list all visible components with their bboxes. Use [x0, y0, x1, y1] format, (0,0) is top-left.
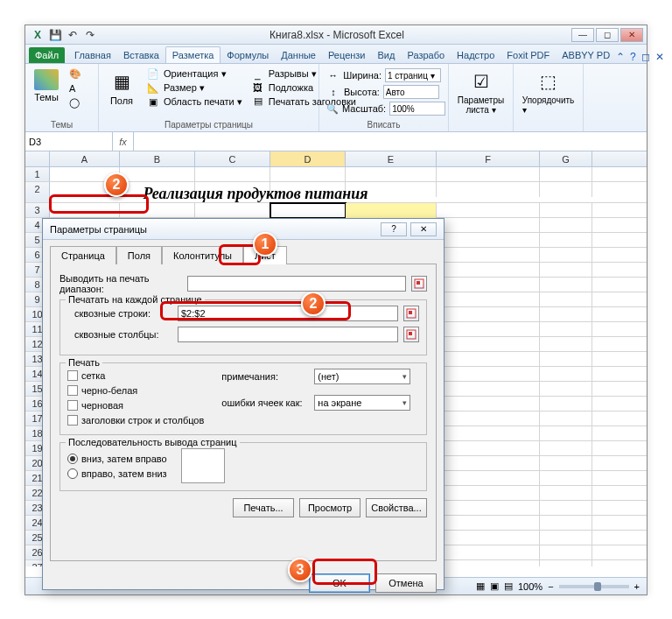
cell[interactable] [437, 203, 540, 218]
minimize-button[interactable]: — [571, 28, 594, 42]
cell[interactable] [540, 397, 592, 411]
name-box[interactable] [25, 132, 113, 151]
cancel-button[interactable]: Отмена [375, 573, 437, 593]
range-select-icon[interactable] [411, 276, 427, 292]
dialog-tab-headerfooter[interactable]: Колонтитулы [162, 246, 243, 264]
cell[interactable] [437, 307, 540, 322]
minimize-ribbon-icon[interactable]: ⌃ [616, 51, 625, 63]
select-all-corner[interactable] [25, 151, 50, 166]
cell[interactable] [540, 203, 592, 218]
cell[interactable] [540, 456, 592, 471]
cell[interactable] [437, 516, 540, 531]
cell[interactable] [437, 560, 540, 566]
size-button[interactable]: 📐Размер ▾ [144, 81, 244, 95]
cell[interactable] [437, 456, 540, 471]
window-close-icon[interactable]: ✕ [655, 51, 664, 63]
cell[interactable] [437, 292, 540, 307]
repeat-cols-input[interactable] [178, 327, 398, 342]
cell[interactable] [540, 292, 592, 307]
cell[interactable] [540, 278, 592, 292]
range-select-icon[interactable] [403, 327, 419, 342]
cell[interactable] [437, 322, 540, 337]
cell[interactable] [120, 203, 195, 218]
cell[interactable] [540, 182, 592, 197]
help-icon[interactable]: ? [630, 51, 636, 63]
width-input[interactable] [385, 68, 441, 82]
cell[interactable] [437, 167, 540, 182]
cell[interactable] [437, 501, 540, 516]
cell[interactable] [540, 441, 592, 456]
tab-view[interactable]: Вид [372, 47, 402, 63]
sheet-options-button[interactable]: ☑Параметры листа ▾ [454, 67, 508, 116]
tab-insert[interactable]: Вставка [117, 47, 165, 63]
redo-icon[interactable]: ↷ [83, 28, 97, 42]
orientation-button[interactable]: 📄Ориентация ▾ [144, 67, 244, 81]
cell[interactable] [270, 167, 346, 182]
print-button[interactable]: Печать... [233, 498, 294, 517]
maximize-button[interactable]: ◻ [596, 28, 619, 42]
tab-foxit[interactable]: Foxit PDF [500, 47, 556, 63]
row-header[interactable]: 3 [25, 203, 50, 217]
window-restore-icon[interactable]: ◻ [641, 51, 650, 63]
fx-button[interactable]: fx [113, 132, 134, 151]
col-header[interactable]: G [540, 151, 592, 166]
col-header[interactable]: A [50, 151, 120, 166]
view-break-icon[interactable]: ▤ [504, 580, 513, 592]
margins-button[interactable]: ▦Поля [104, 67, 139, 109]
cell[interactable] [437, 248, 540, 263]
cell[interactable] [540, 560, 592, 566]
dialog-close-button[interactable]: ✕ [410, 222, 437, 236]
cell[interactable] [437, 411, 540, 426]
cell[interactable] [346, 203, 437, 218]
properties-button[interactable]: Свойства... [366, 498, 427, 517]
cell[interactable] [540, 471, 592, 486]
cell[interactable] [437, 471, 540, 486]
cell[interactable] [437, 441, 540, 456]
chk-blackwhite[interactable]: черно-белая [67, 385, 204, 396]
cell[interactable] [437, 367, 540, 382]
repeat-rows-input[interactable] [178, 306, 398, 321]
cell[interactable] [50, 203, 120, 218]
zoom-in-icon[interactable]: + [634, 581, 640, 592]
cell[interactable] [540, 501, 592, 516]
col-header[interactable]: E [346, 151, 437, 166]
tab-review[interactable]: Рецензи [322, 47, 372, 63]
view-layout-icon[interactable]: ▣ [490, 580, 499, 592]
print-range-input[interactable] [187, 276, 406, 292]
cell[interactable] [540, 167, 592, 182]
col-header[interactable]: D [270, 151, 346, 166]
cell[interactable] [540, 263, 592, 278]
scale-input[interactable] [389, 102, 445, 116]
cell[interactable] [195, 167, 270, 182]
chk-draft[interactable]: черновая [67, 400, 204, 411]
themes-button[interactable]: Темы [31, 67, 62, 109]
cell[interactable] [540, 233, 592, 248]
ok-button[interactable]: OK [309, 573, 370, 593]
height-input[interactable] [383, 85, 439, 99]
view-normal-icon[interactable]: ▦ [476, 580, 485, 592]
theme-fonts-icon[interactable]: A [67, 82, 83, 95]
chk-gridlines[interactable]: сетка [67, 370, 204, 381]
arrange-button[interactable]: ⬚Упорядочить ▾ [519, 67, 578, 116]
cell[interactable] [437, 545, 540, 560]
tab-home[interactable]: Главная [68, 47, 117, 63]
cell[interactable] [437, 486, 540, 501]
zoom-out-icon[interactable]: − [548, 581, 553, 592]
cell[interactable] [270, 203, 346, 218]
cell[interactable] [437, 426, 540, 441]
cell[interactable] [437, 233, 540, 248]
chk-headings[interactable]: заголовки строк и столбцов [67, 415, 204, 426]
cell[interactable] [540, 531, 592, 545]
cell[interactable] [437, 218, 540, 233]
cell[interactable] [540, 516, 592, 531]
tab-page-layout[interactable]: Разметка [165, 46, 221, 63]
range-select-icon[interactable] [403, 306, 419, 321]
theme-colors-icon[interactable]: 🎨 [67, 67, 83, 81]
dialog-help-button[interactable]: ? [381, 222, 407, 236]
zoom-slider[interactable] [559, 585, 629, 588]
close-button[interactable]: ✕ [620, 28, 643, 42]
row-header[interactable]: 1 [25, 167, 50, 181]
formula-input[interactable] [134, 132, 647, 151]
radio-down-over[interactable]: вниз, затем вправо [67, 454, 167, 464]
dialog-tab-margins[interactable]: Поля [116, 246, 162, 264]
